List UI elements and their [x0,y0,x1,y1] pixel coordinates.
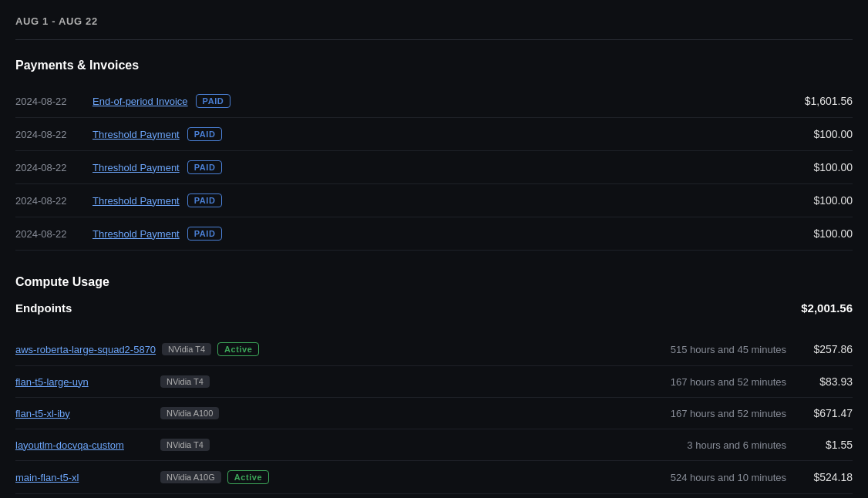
endpoint-status: Active [217,342,259,356]
payments-title: Payments & Invoices [15,59,853,72]
endpoint-hours: 167 hours and 52 minutes [617,376,786,388]
payment-row: 2024-08-22 Threshold Payment PAID $100.0… [15,118,853,151]
endpoint-tag: NVidia A10G [160,471,221,483]
endpoint-row: aws-roberta-large-squad2-5870 NVidia T4 … [15,333,853,366]
endpoint-tag: NVidia T4 [160,375,210,388]
endpoint-right: 167 hours and 52 minutes $671.47 [617,407,853,419]
endpoint-hours: 515 hours and 45 minutes [617,344,786,355]
endpoint-cost: $1.55 [799,439,853,451]
endpoint-hours: 167 hours and 52 minutes [617,408,786,419]
payments-list: 2024-08-22 End-of-period Invoice PAID $1… [15,85,853,251]
date-range: AUG 1 - AUG 22 [15,15,853,40]
compute-title: Compute Usage [15,275,853,289]
endpoint-hours: 524 hours and 10 minutes [617,472,786,483]
endpoint-hours: 3 hours and 6 minutes [617,439,786,451]
payment-name[interactable]: Threshold Payment [93,195,180,207]
endpoint-right: 167 hours and 52 minutes $83.93 [617,375,853,388]
endpoint-cost: $671.47 [799,407,853,419]
payment-row: 2024-08-22 Threshold Payment PAID $100.0… [15,151,853,184]
endpoints-header: Endpoints $2,001.56 [15,301,853,321]
endpoint-row: flan-t5-xl-iby NVidia A100 167 hours and… [15,398,853,429]
endpoints-label: Endpoints [15,301,72,315]
endpoints-list: aws-roberta-large-squad2-5870 NVidia T4 … [15,333,853,498]
payment-amount: $100.00 [813,194,853,207]
payment-row: 2024-08-22 Threshold Payment PAID $100.0… [15,184,853,217]
endpoint-tag: NVidia T4 [162,343,211,355]
endpoint-row: main-flan-t5-xl NVidia A10G Active 524 h… [15,461,853,494]
endpoints-total: $2,001.56 [801,301,853,315]
payment-name[interactable]: Threshold Payment [93,129,180,140]
payment-date: 2024-08-22 [15,195,93,207]
endpoint-cost: $83.93 [799,375,853,388]
payment-row: 2024-08-22 Threshold Payment PAID $100.0… [15,217,853,251]
endpoint-name[interactable]: flan-t5-xl-iby [15,408,154,419]
endpoint-tag: NVidia T4 [160,439,210,451]
endpoint-cost: $257.86 [799,343,853,355]
payment-name[interactable]: Threshold Payment [93,228,180,240]
payment-date: 2024-08-22 [15,96,93,107]
payment-name[interactable]: Threshold Payment [93,162,180,173]
payment-amount: $100.00 [813,161,853,173]
payment-date: 2024-08-22 [15,228,93,240]
payment-amount: $100.00 [813,128,853,140]
endpoint-name[interactable]: layoutlm-docvqa-custom [15,439,154,451]
endpoint-status: Active [227,470,269,484]
endpoint-tag: NVidia A100 [160,407,219,419]
endpoint-row: layoutlm-docvqa-custom NVidia T4 3 hours… [15,429,853,461]
endpoint-right: 524 hours and 10 minutes $524.18 [617,471,853,483]
endpoint-name[interactable]: flan-t5-large-uyn [15,376,154,388]
payment-badge: PAID [187,227,223,241]
endpoint-right: 515 hours and 45 minutes $257.86 [617,343,853,355]
endpoint-row: flan-t5-large-uyn NVidia T4 167 hours an… [15,366,853,398]
payment-badge: PAID [187,127,223,141]
payment-badge: PAID [196,94,231,108]
endpoint-right: 3 hours and 6 minutes $1.55 [617,439,853,451]
payment-date: 2024-08-22 [15,162,93,173]
endpoint-name[interactable]: main-flan-t5-xl [15,472,154,483]
payment-name[interactable]: End-of-period Invoice [93,96,188,107]
endpoint-cost: $524.18 [799,471,853,483]
payment-badge: PAID [187,160,223,174]
payments-section: Payments & Invoices 2024-08-22 End-of-pe… [15,59,853,251]
payment-row: 2024-08-22 End-of-period Invoice PAID $1… [15,85,853,118]
payment-badge: PAID [187,193,223,207]
payment-date: 2024-08-22 [15,129,93,140]
endpoint-name[interactable]: aws-roberta-large-squad2-5870 [15,344,156,355]
payment-amount: $100.00 [813,227,853,240]
payment-amount: $1,601.56 [805,95,853,107]
endpoint-row: meta-llama-3-8b-instruct-lmb NVidia A10G… [15,494,853,498]
compute-section: Compute Usage Endpoints $2,001.56 aws-ro… [15,275,853,498]
